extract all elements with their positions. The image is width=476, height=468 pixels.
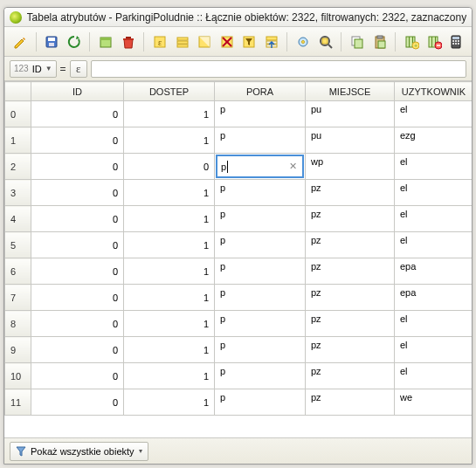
cell-editor[interactable]: p✕ — [216, 155, 304, 178]
cell-uzytkownik[interactable]: we — [395, 389, 473, 416]
corner-header[interactable] — [5, 82, 31, 101]
row-header[interactable]: 0 — [5, 101, 31, 127]
cell-id[interactable]: 0 — [31, 127, 124, 154]
field-calculator-button[interactable] — [445, 31, 466, 52]
cell-uzytkownik[interactable]: el — [395, 232, 473, 258]
cell-pora[interactable]: p — [215, 337, 306, 363]
cell-dostep[interactable]: 1 — [124, 311, 215, 337]
row-header[interactable]: 2 — [5, 154, 31, 180]
cell-miejsce[interactable]: wp — [306, 154, 395, 180]
cell-dostep[interactable]: 1 — [124, 206, 215, 232]
cell-id[interactable]: 0 — [31, 101, 124, 127]
reload-button[interactable] — [64, 31, 85, 52]
show-features-dropdown[interactable]: Pokaż wszystkie obiekty ▾ — [10, 442, 148, 461]
deselect-all-button[interactable] — [217, 31, 238, 52]
cell-miejsce[interactable]: pz — [306, 206, 395, 232]
move-selection-to-top-button[interactable] — [261, 31, 282, 52]
filter-selection-button[interactable] — [238, 31, 259, 52]
col-header-miejsce[interactable]: MIEJSCE — [306, 82, 395, 101]
invert-selection-button[interactable] — [194, 31, 215, 52]
cell-miejsce[interactable]: pz — [306, 180, 395, 206]
cell-dostep[interactable]: 1 — [124, 285, 215, 311]
paste-rows-button[interactable] — [369, 31, 390, 52]
cell-pora[interactable]: p — [215, 258, 306, 285]
cell-uzytkownik[interactable]: el — [395, 206, 473, 232]
cell-dostep[interactable]: 1 — [124, 363, 215, 389]
cell-miejsce[interactable]: pz — [306, 363, 395, 389]
cell-id[interactable]: 0 — [31, 337, 124, 363]
cell-miejsce[interactable]: pz — [306, 258, 395, 285]
cell-pora[interactable]: p — [215, 285, 306, 311]
cell-dostep[interactable]: 1 — [124, 337, 215, 363]
pan-to-selected-button[interactable] — [293, 31, 314, 52]
col-header-id[interactable]: ID — [31, 82, 124, 101]
cell-dostep[interactable]: 0 — [124, 154, 215, 180]
cell-miejsce[interactable]: pu — [306, 101, 395, 127]
row-header[interactable]: 3 — [5, 180, 31, 206]
cell-dostep[interactable]: 1 — [124, 180, 215, 206]
row-header[interactable]: 11 — [5, 389, 31, 416]
row-header[interactable]: 10 — [5, 363, 31, 389]
expression-button[interactable]: ε — [70, 60, 87, 78]
cell-pora[interactable]: p — [215, 311, 306, 337]
cell-id[interactable]: 0 — [31, 311, 124, 337]
cell-id[interactable]: 0 — [31, 154, 124, 180]
cell-uzytkownik[interactable]: el — [395, 101, 473, 127]
col-header-uzytkownik[interactable]: UZYTKOWNIK — [395, 82, 473, 101]
select-all-button[interactable] — [172, 31, 193, 52]
row-header[interactable]: 1 — [5, 127, 31, 154]
cell-id[interactable]: 0 — [31, 180, 124, 206]
new-column-button[interactable]: + — [401, 31, 422, 52]
cell-pora[interactable]: p — [215, 206, 306, 232]
cell-pora[interactable]: p — [215, 180, 306, 206]
select-by-expression-button[interactable]: ε — [149, 31, 170, 52]
toggle-edit-button[interactable] — [10, 31, 31, 52]
copy-rows-button[interactable] — [347, 31, 368, 52]
cell-pora[interactable]: p — [215, 232, 306, 258]
cell-miejsce[interactable]: pz — [306, 232, 395, 258]
col-header-dostep[interactable]: DOSTEP — [124, 82, 215, 101]
cell-id[interactable]: 0 — [31, 285, 124, 311]
row-header[interactable]: 9 — [5, 337, 31, 363]
cell-pora[interactable]: p — [215, 101, 306, 127]
cell-id[interactable]: 0 — [31, 389, 124, 416]
row-header[interactable]: 5 — [5, 232, 31, 258]
delete-selected-button[interactable] — [118, 31, 139, 52]
cell-uzytkownik[interactable]: el — [395, 311, 473, 337]
cell-dostep[interactable]: 1 — [124, 101, 215, 127]
cell-miejsce[interactable]: pz — [306, 389, 395, 416]
cell-id[interactable]: 0 — [31, 206, 124, 232]
cell-miejsce[interactable]: pz — [306, 337, 395, 363]
zoom-to-selected-button[interactable] — [315, 31, 336, 52]
field-select[interactable]: 123 ID ▼ — [10, 60, 57, 78]
cell-miejsce[interactable]: pz — [306, 311, 395, 337]
cell-uzytkownik[interactable]: ezg — [395, 127, 473, 154]
cell-uzytkownik[interactable]: epa — [395, 285, 473, 311]
cell-dostep[interactable]: 1 — [124, 258, 215, 285]
add-feature-button[interactable] — [95, 31, 116, 52]
cell-uzytkownik[interactable]: el — [395, 363, 473, 389]
cell-id[interactable]: 0 — [31, 363, 124, 389]
save-edits-button[interactable] — [41, 31, 62, 52]
cell-uzytkownik[interactable]: el — [395, 337, 473, 363]
cell-uzytkownik[interactable]: epa — [395, 258, 473, 285]
filter-input[interactable] — [91, 60, 466, 78]
row-header[interactable]: 8 — [5, 311, 31, 337]
cell-dostep[interactable]: 1 — [124, 389, 215, 416]
row-header[interactable]: 7 — [5, 285, 31, 311]
cell-uzytkownik[interactable]: el — [395, 180, 473, 206]
cell-uzytkownik[interactable]: el — [395, 154, 473, 180]
cell-miejsce[interactable]: pz — [306, 285, 395, 311]
cell-id[interactable]: 0 — [31, 258, 124, 285]
cell-pora[interactable]: p — [215, 389, 306, 416]
row-header[interactable]: 6 — [5, 258, 31, 285]
cell-id[interactable]: 0 — [31, 232, 124, 258]
col-header-pora[interactable]: PORA — [215, 82, 306, 101]
row-header[interactable]: 4 — [5, 206, 31, 232]
cell-miejsce[interactable]: pu — [306, 127, 395, 154]
cell-pora[interactable]: p✕ — [215, 154, 306, 180]
delete-column-button[interactable] — [424, 31, 445, 52]
cell-dostep[interactable]: 1 — [124, 232, 215, 258]
cell-pora[interactable]: p — [215, 363, 306, 389]
cell-pora[interactable]: p — [215, 127, 306, 154]
